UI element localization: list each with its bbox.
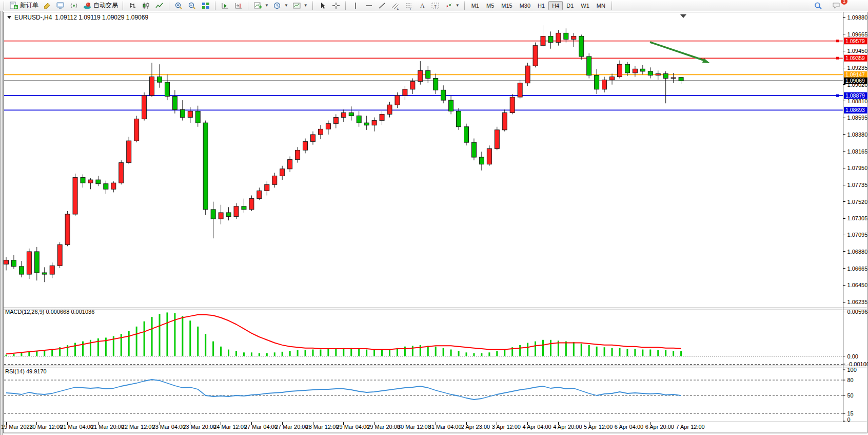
auto-scroll-button[interactable] [219,0,232,11]
chart-area[interactable]: 1.098801.096651.094501.092351.090201.088… [0,11,868,435]
current-price-badge-label: 1.09069 [845,78,865,84]
candle-chart-icon [142,2,151,10]
terminal-icon [56,2,65,10]
price-tick-label: 1.08165 [847,148,868,155]
price-tick-label: 1.07735 [847,182,868,188]
rsi-tick-label: 15 [847,410,854,417]
line-chart-button[interactable] [153,0,166,11]
time-axis-label: 7 Apr 12:00 [676,424,704,430]
periods-button[interactable]: ▼ [271,0,290,11]
candle [142,92,147,121]
hline-icon [364,2,373,10]
timeframe-d1-button[interactable]: D1 [563,1,577,10]
price-tick-label: 1.07520 [847,199,868,205]
arrows-button[interactable]: ▼ [442,0,462,11]
toolbar-separator [4,2,5,10]
time-axis-label: 4 Apr 04:00 [522,424,551,430]
autotrading-button[interactable]: 自动交易 [81,0,120,11]
horizontal-line-button[interactable] [362,0,376,11]
templates-button[interactable]: ▼ [290,0,310,11]
price-tick-label: 1.06880 [847,249,868,255]
candle [587,53,591,79]
tile-windows-icon [201,2,210,10]
search-icon [814,2,823,10]
timeframe-m5-button[interactable]: M5 [483,1,498,10]
candle [502,109,507,131]
line-anchor-marker[interactable] [836,40,839,42]
svg-text:T: T [434,4,437,8]
highlighter-button[interactable] [41,0,54,11]
equidistant-channel-button[interactable]: E [389,0,402,11]
fibonacci-button[interactable]: F [402,0,416,11]
notification-badge: 1 [841,0,847,5]
new-order-button-label: 新订单 [20,1,38,10]
signals-button[interactable] [67,0,81,11]
timeframe-h1-button[interactable]: H1 [534,1,548,10]
timeframe-m30-button[interactable]: M30 [516,1,534,10]
toolbar-right-group: 1 [812,0,843,11]
candle-chart-button[interactable] [140,0,153,11]
text-button[interactable]: A [416,0,429,11]
toolbar-separator [464,2,465,10]
candle [134,116,139,143]
price-tick-label: 1.07095 [847,232,868,238]
price-tick-label: 1.08595 [847,115,868,121]
candle [487,145,491,166]
fibonacci-icon: F [404,2,413,10]
candle [57,242,62,268]
macd-tick-label: 0.005964 [847,309,868,315]
crosshair-button[interactable] [329,0,343,11]
macd-tick-label: 0.00 [847,353,858,360]
timeframe-m15-button[interactable]: M15 [498,1,516,10]
chart-dropdown-icon[interactable] [7,16,11,19]
zoom-out-button[interactable] [186,0,199,11]
price-level-badge-label: 1.08693 [845,107,865,113]
dropdown-caret-icon: ▼ [265,4,269,8]
time-axis-label: 27 Mar 04:00 [244,424,278,430]
vertical-line-button[interactable] [349,0,362,11]
timeframe-h4-button[interactable]: H4 [548,1,563,10]
time-axis-label: 29 Mar 20:00 [367,424,400,430]
new-order-button[interactable]: 新订单 [7,0,41,11]
vline-icon [351,2,360,10]
rsi-tick-label: 0 [847,417,851,423]
time-axis-label: 5 Apr 12:00 [584,424,613,430]
price-tick-label: 1.06665 [847,266,868,272]
autotrading-icon [83,2,92,10]
chat-icon [832,2,841,10]
candle [579,34,584,60]
bar-chart-button[interactable] [126,0,140,11]
arrows-icon [444,2,453,10]
time-axis-label: 19 Mar 2023 [1,424,33,430]
indicators-button[interactable]: ▼ [251,0,271,11]
periods-icon [273,2,282,10]
terminal-button[interactable] [54,0,67,11]
time-axis-label: 31 Mar 04:00 [428,424,462,430]
search-button[interactable] [812,0,825,11]
cursor-button[interactable] [316,0,329,11]
line-anchor-marker[interactable] [836,94,839,97]
chart-shift-button[interactable] [232,0,245,11]
candle [127,137,131,164]
price-level-badge-label: 1.08879 [845,92,865,99]
line-anchor-marker[interactable] [836,57,839,60]
timeframe-mn-button[interactable]: MN [593,1,609,10]
rsi-indicator-label: RSI(14) 49.9170 [5,368,47,374]
text-label-button[interactable]: T [429,0,442,11]
toolbar-separator [611,2,613,10]
new-order-icon [9,2,18,10]
ohlc-values: 1.09112 1.09119 1.09029 1.09069 [55,14,148,21]
templates-icon [292,2,302,10]
chat-button[interactable]: 1 [830,0,843,11]
indicators-icon [253,2,263,10]
zoom-in-button[interactable] [172,0,186,11]
candle [457,108,461,130]
timeframe-m1-button[interactable]: M1 [468,1,483,10]
timeframe-w1-button[interactable]: W1 [577,1,593,10]
candle [73,174,77,216]
tile-windows-button[interactable] [199,0,212,11]
time-axis-label: 6 Apr 20:00 [645,424,674,430]
price-tick-label: 1.09880 [847,14,868,21]
autotrading-button-label: 自动交易 [93,1,118,10]
trendline-button[interactable] [376,0,389,11]
